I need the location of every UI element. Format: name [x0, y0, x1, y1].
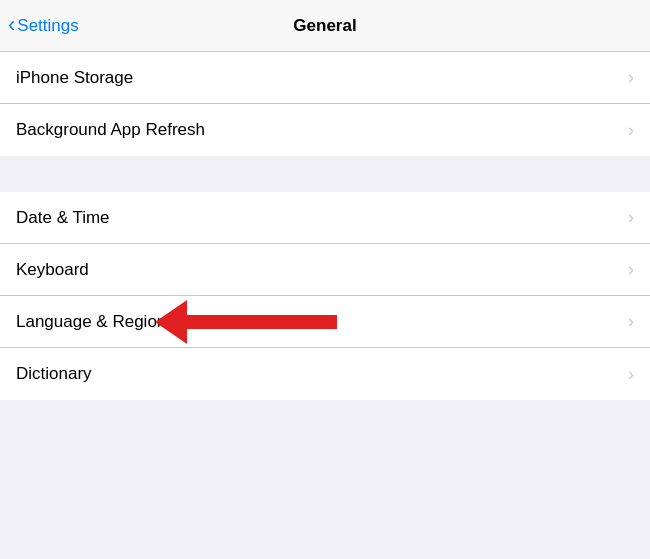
- arrow-head: [155, 300, 187, 344]
- background-app-refresh-item[interactable]: Background App Refresh ›: [0, 104, 650, 156]
- section-divider: [0, 156, 650, 192]
- back-label: Settings: [17, 16, 78, 36]
- section-group-2: Date & Time › Keyboard › Language & Regi…: [0, 192, 650, 400]
- dictionary-item[interactable]: Dictionary ›: [0, 348, 650, 400]
- back-chevron-icon: ‹: [8, 14, 15, 36]
- chevron-right-icon-5: ›: [628, 311, 634, 332]
- iphone-storage-label: iPhone Storage: [16, 68, 133, 88]
- dictionary-label: Dictionary: [16, 364, 92, 384]
- arrow-body: [187, 315, 337, 329]
- chevron-right-icon-3: ›: [628, 207, 634, 228]
- iphone-storage-item[interactable]: iPhone Storage ›: [0, 52, 650, 104]
- arrow-annotation: [155, 300, 337, 344]
- section-group-1: iPhone Storage › Background App Refresh …: [0, 52, 650, 156]
- background-app-refresh-label: Background App Refresh: [16, 120, 205, 140]
- date-time-item[interactable]: Date & Time ›: [0, 192, 650, 244]
- page-title: General: [293, 16, 356, 36]
- chevron-right-icon-4: ›: [628, 259, 634, 280]
- date-time-label: Date & Time: [16, 208, 110, 228]
- chevron-right-icon-6: ›: [628, 364, 634, 385]
- nav-bar: ‹ Settings General: [0, 0, 650, 52]
- language-region-item[interactable]: Language & Region ›: [0, 296, 650, 348]
- chevron-right-icon: ›: [628, 67, 634, 88]
- language-region-label: Language & Region: [16, 312, 166, 332]
- keyboard-label: Keyboard: [16, 260, 89, 280]
- chevron-right-icon-2: ›: [628, 120, 634, 141]
- back-button[interactable]: ‹ Settings: [8, 15, 79, 36]
- keyboard-item[interactable]: Keyboard ›: [0, 244, 650, 296]
